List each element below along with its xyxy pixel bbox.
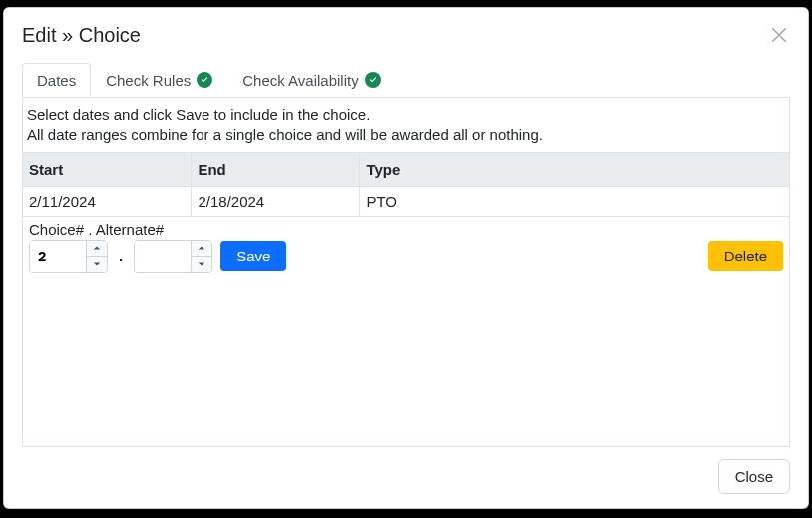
delete-button[interactable]: Delete — [708, 241, 783, 271]
cell-type: PTO — [360, 186, 789, 216]
chevron-down-icon — [198, 260, 205, 268]
alternate-number-down[interactable] — [192, 257, 211, 272]
chevron-down-icon — [93, 260, 101, 268]
check-circle-icon — [197, 72, 212, 88]
check-circle-icon — [365, 72, 381, 88]
tab-bar: Dates Check Rules Check Availability — [22, 63, 790, 98]
choice-number-input[interactable] — [30, 241, 86, 272]
dates-panel: Select dates and click Save to include i… — [22, 97, 790, 447]
modal-title: Edit » Choice — [22, 24, 141, 47]
col-header-type: Type — [360, 152, 789, 186]
modal-footer: Close — [4, 447, 808, 508]
col-header-start: Start — [23, 152, 192, 186]
controls-row: . Save Delete — [23, 240, 789, 273]
separator-dot: . — [116, 248, 126, 264]
cell-end: 2/18/2024 — [192, 186, 360, 216]
col-header-end: End — [192, 152, 360, 186]
edit-choice-modal: Edit » Choice Dates Check Rules Check Av… — [3, 7, 809, 509]
help-line-1: Select dates and click Save to include i… — [27, 105, 781, 125]
close-icon-button[interactable] — [766, 22, 792, 48]
tab-check-rules-label: Check Rules — [106, 73, 191, 88]
tab-dates[interactable]: Dates — [22, 63, 91, 97]
save-button[interactable]: Save — [220, 241, 286, 271]
modal-header: Edit » Choice — [4, 8, 808, 52]
table-row[interactable]: 2/11/2024 2/18/2024 PTO — [23, 186, 789, 216]
chevron-up-icon — [93, 244, 101, 252]
alternate-number-up[interactable] — [192, 241, 211, 257]
modal-body: Dates Check Rules Check Availability Sel… — [4, 52, 808, 447]
alternate-number-stepper[interactable] — [134, 240, 212, 273]
date-ranges-table: Start End Type 2/11/2024 2/18/2024 PTO — [23, 152, 789, 217]
choice-alternate-label: Choice# . Alternate# — [23, 217, 789, 240]
choice-number-up[interactable] — [87, 241, 107, 257]
cell-start: 2/11/2024 — [23, 186, 192, 216]
tab-dates-label: Dates — [37, 73, 76, 88]
alternate-number-input[interactable] — [135, 241, 191, 272]
tab-check-rules[interactable]: Check Rules — [91, 63, 227, 97]
help-line-2: All date ranges combine for a single cho… — [27, 125, 781, 145]
choice-number-down[interactable] — [87, 257, 107, 272]
close-icon — [770, 26, 788, 44]
choice-number-stepper[interactable] — [29, 240, 108, 273]
close-button[interactable]: Close — [718, 459, 790, 494]
help-text: Select dates and click Save to include i… — [23, 101, 789, 148]
chevron-up-icon — [198, 244, 205, 252]
tab-check-availability[interactable]: Check Availability — [227, 63, 395, 97]
tab-check-availability-label: Check Availability — [242, 73, 358, 88]
